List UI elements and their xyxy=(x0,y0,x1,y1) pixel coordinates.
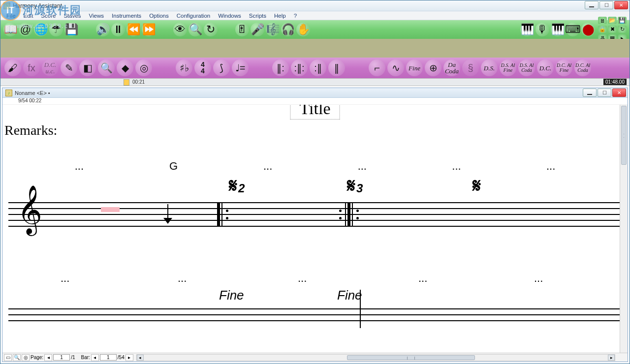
remarks-label[interactable]: Remarks: xyxy=(4,122,628,138)
chord-6[interactable]: ... xyxy=(541,160,561,173)
zoom-status-icon[interactable]: 🔍 xyxy=(13,354,21,361)
mini-close-icon[interactable]: ✖ xyxy=(608,26,617,33)
record-icon[interactable]: ⬤ xyxy=(581,23,595,36)
rewind-icon[interactable]: ⏪ xyxy=(126,23,140,36)
globe-icon[interactable]: 🌐 xyxy=(34,23,48,36)
page-input[interactable] xyxy=(53,354,70,361)
dacoda-button[interactable]: Da Coda xyxy=(443,60,460,76)
refresh-icon[interactable]: ↻ xyxy=(204,23,218,36)
brush-icon[interactable]: 🖌 xyxy=(4,60,21,76)
doc-maximize-button[interactable]: ☐ xyxy=(598,89,611,97)
hand-icon[interactable]: ✋ xyxy=(296,23,310,36)
fine-1[interactable]: Fine xyxy=(219,288,244,303)
chord-1[interactable]: ... xyxy=(69,160,89,173)
chord-4[interactable]: ... xyxy=(352,160,372,173)
staff-1[interactable]: 𝄞 xyxy=(2,195,628,233)
minimize-button[interactable] xyxy=(585,1,598,9)
selected-note[interactable] xyxy=(101,207,120,212)
ds-alcoda-button[interactable]: D.S. Al Coda xyxy=(518,60,535,76)
chord-b1[interactable]: ... xyxy=(61,272,69,285)
segno-3[interactable]: 𝄋3 xyxy=(347,175,363,197)
mic2-icon[interactable]: 🎙 xyxy=(536,23,549,36)
chord-b2[interactable]: ... xyxy=(178,272,187,285)
bar-prev[interactable]: ◂ xyxy=(91,354,99,361)
chord-b3[interactable]: ... xyxy=(298,272,307,285)
fx-icon[interactable]: fx xyxy=(23,60,40,76)
close-button[interactable]: ✕ xyxy=(614,1,628,9)
barrepeat-icon[interactable]: :‖: xyxy=(291,60,308,76)
speaker-icon[interactable]: 🔊 xyxy=(96,23,110,36)
timeline-ruler[interactable]: 00:21 01:48.00 xyxy=(0,78,630,86)
doc-close-button[interactable]: ✕ xyxy=(612,89,626,97)
menu-views[interactable]: Views xyxy=(85,12,108,19)
ds-alfine-button[interactable]: D.S. Al Fine xyxy=(500,60,516,76)
barend-icon[interactable]: :‖ xyxy=(310,60,326,76)
dc-alcoda-button[interactable]: D.C. Al Coda xyxy=(574,60,591,76)
pause-icon[interactable]: ⏸ xyxy=(111,23,125,36)
dcuc-icon[interactable]: D.C.u.c. xyxy=(42,60,59,76)
slur-icon[interactable]: ⟆ xyxy=(213,60,230,76)
chord-b5[interactable]: ... xyxy=(534,272,543,285)
note-down[interactable] xyxy=(167,204,168,221)
mini-open-icon[interactable]: 📂 xyxy=(608,17,617,24)
tempo-icon[interactable]: ♩= xyxy=(232,60,249,76)
vscroll-thumb[interactable] xyxy=(621,106,627,165)
target-status-icon[interactable]: ◎ xyxy=(22,354,30,361)
target-icon[interactable]: ◎ xyxy=(135,60,152,76)
zoom-icon[interactable]: 🔍 xyxy=(98,60,115,76)
hscroll-thumb[interactable] xyxy=(347,355,475,360)
ds-button[interactable]: D.S. xyxy=(481,60,498,76)
menu-configuration[interactable]: Configuration xyxy=(173,12,214,19)
menu-scripts[interactable]: Scripts xyxy=(245,12,270,19)
page-prev[interactable]: ◂ xyxy=(44,354,52,361)
mini-save-icon[interactable]: 💾 xyxy=(618,17,627,24)
doc-minimize-button[interactable] xyxy=(583,89,597,97)
repeat-both[interactable] xyxy=(337,202,361,227)
chord-5[interactable]: ... xyxy=(446,160,466,173)
keyboard-icon[interactable]: ⌨ xyxy=(566,23,580,36)
menu-edit[interactable]: Edit xyxy=(20,12,37,19)
maximize-button[interactable]: ☐ xyxy=(599,1,613,9)
score-canvas[interactable]: Title Remarks: ... G ... ... ... ... 𝄋2 … xyxy=(2,105,628,353)
umbrella-icon[interactable]: ☂ xyxy=(49,23,63,36)
play-marker[interactable] xyxy=(124,79,129,86)
midi-icon[interactable]: 🎹 xyxy=(551,23,565,36)
mini-lock-icon[interactable]: 🔒 xyxy=(598,26,607,33)
eye-icon[interactable]: 👁 xyxy=(173,23,187,36)
chord-3[interactable]: ... xyxy=(258,160,278,173)
bar-next[interactable]: ▸ xyxy=(126,354,133,361)
forward-icon[interactable]: ⏩ xyxy=(142,23,156,36)
bracket-icon[interactable]: ⌐ xyxy=(369,60,385,76)
menu-staves[interactable]: Staves xyxy=(60,12,85,19)
barstart-icon[interactable]: ‖: xyxy=(272,60,289,76)
mic-icon[interactable]: 🎤 xyxy=(251,23,264,36)
coda-icon[interactable]: ⊕ xyxy=(425,60,441,76)
mini-cut-icon[interactable]: ↻ xyxy=(618,26,627,33)
staff-2[interactable] xyxy=(2,305,628,333)
menu-about[interactable]: ? xyxy=(290,12,301,19)
layout-icon[interactable]: ▭ xyxy=(4,354,12,361)
chord-b4[interactable]: ... xyxy=(418,272,427,285)
menu-score[interactable]: Score xyxy=(37,12,60,19)
keysig-icon[interactable]: ♯♭ xyxy=(176,60,192,76)
menu-help[interactable]: Help xyxy=(270,12,290,19)
tuning-icon[interactable]: 🎼 xyxy=(266,23,280,36)
pencil-icon[interactable]: ✎ xyxy=(61,60,77,76)
headphones-icon[interactable]: 🎧 xyxy=(281,23,295,36)
book-icon[interactable]: 📖 xyxy=(3,23,17,36)
eraser-icon[interactable]: ◧ xyxy=(79,60,96,76)
at-icon[interactable]: @ xyxy=(19,23,32,36)
mini-doc-icon[interactable]: 🗎 xyxy=(598,17,607,24)
save-icon[interactable]: 💾 xyxy=(64,23,78,36)
fine-2[interactable]: Fine xyxy=(337,288,362,303)
menu-options[interactable]: Options xyxy=(145,12,173,19)
magnify-icon[interactable]: 🔍 xyxy=(189,23,202,36)
piano-icon[interactable]: 🎹 xyxy=(520,23,534,36)
chord-2[interactable]: G xyxy=(163,160,183,173)
segno-2[interactable]: 𝄋2 xyxy=(229,175,245,197)
trill-icon[interactable]: ∿ xyxy=(387,60,404,76)
menu-instruments[interactable]: Instruments xyxy=(108,12,145,19)
hscroll-left[interactable]: ◂ xyxy=(137,355,144,361)
bar-input[interactable] xyxy=(100,354,117,361)
dc-alfine-button[interactable]: D.C. Al Fine xyxy=(556,60,572,76)
